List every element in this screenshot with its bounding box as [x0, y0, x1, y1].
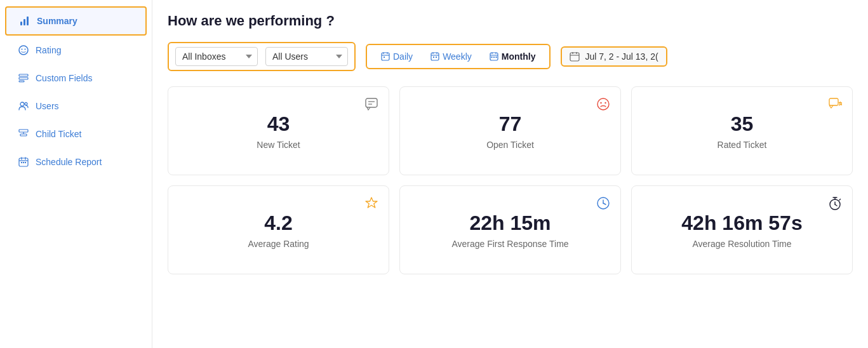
daily-button[interactable]: Daily	[372, 48, 422, 65]
svg-rect-6	[19, 74, 28, 76]
schedule-icon	[18, 156, 29, 168]
svg-rect-25	[384, 57, 385, 58]
svg-rect-21	[382, 53, 389, 60]
filters-row: All Inboxes Inbox 1 Inbox 2 All Users Us…	[168, 42, 853, 71]
calendar-icon	[570, 51, 580, 62]
rated-ticket-value: 35	[731, 112, 754, 136]
sidebar-item-custom-fields[interactable]: Custom Fields	[5, 65, 147, 91]
average-rating-label: Average Rating	[248, 239, 309, 249]
page-title: How are we performing ?	[168, 13, 853, 29]
clock-icon	[596, 196, 610, 210]
svg-rect-39	[570, 53, 579, 61]
open-ticket-card: 77 Open Ticket	[399, 86, 621, 175]
weekly-button[interactable]: Weekly	[422, 48, 481, 65]
daily-icon	[381, 52, 390, 61]
svg-rect-7	[19, 77, 28, 79]
open-ticket-label: Open Ticket	[486, 140, 534, 150]
svg-line-55	[835, 204, 837, 206]
inbox-user-filter-group: All Inboxes Inbox 1 Inbox 2 All Users Us…	[168, 42, 356, 71]
open-ticket-value: 77	[499, 112, 522, 136]
avg-first-response-value: 22h 15m	[469, 211, 551, 235]
star-icon	[364, 196, 378, 210]
avg-resolution-value: 42h 16m 57s	[681, 211, 802, 235]
svg-line-52	[603, 203, 606, 204]
fields-icon	[18, 72, 29, 84]
stats-grid: 43 New Ticket 77 Open Ticket	[168, 86, 853, 274]
svg-rect-2	[27, 17, 29, 25]
date-range-display: Jul 7, 2 - Jul 13, 2(	[585, 51, 658, 62]
chart-icon	[19, 15, 30, 27]
svg-rect-18	[21, 162, 22, 163]
svg-point-9	[20, 102, 24, 106]
weekly-icon	[431, 52, 439, 61]
svg-point-47	[600, 102, 601, 104]
date-range-picker[interactable]: Jul 7, 2 - Jul 13, 2(	[561, 46, 667, 67]
svg-rect-8	[19, 81, 24, 82]
sidebar-item-users[interactable]: Users	[5, 93, 147, 119]
sidebar-item-label: Custom Fields	[36, 73, 92, 83]
svg-rect-31	[436, 57, 437, 58]
avg-first-response-card: 22h 15m Average First Response Time	[399, 185, 621, 274]
svg-rect-19	[23, 162, 24, 163]
main-content: How are we performing ? All Inboxes Inbo…	[152, 0, 868, 348]
svg-rect-38	[495, 57, 497, 58]
monthly-button[interactable]: Monthly	[481, 48, 545, 65]
stopwatch-icon	[828, 196, 842, 210]
users-icon	[18, 100, 29, 112]
sidebar: Summary Rating Custom Fields	[0, 0, 152, 348]
avg-resolution-card: 42h 16m 57s Average Resolution Time	[631, 185, 853, 274]
average-rating-card: 4.2 Average Rating	[168, 185, 389, 274]
chat-icon	[364, 97, 378, 111]
svg-rect-11	[19, 130, 28, 132]
sidebar-item-label: Rating	[36, 45, 61, 55]
svg-rect-36	[491, 57, 492, 58]
rated-ticket-card: 35 Rated Ticket	[631, 86, 853, 175]
sidebar-item-label: Users	[36, 101, 59, 111]
user-select[interactable]: All Users User 1 User 2	[265, 47, 348, 66]
svg-rect-1	[23, 19, 25, 25]
rating-icon	[18, 44, 29, 56]
rated-ticket-label: Rated Ticket	[718, 140, 767, 150]
sidebar-item-label: Schedule Report	[36, 157, 102, 167]
svg-rect-26	[431, 53, 439, 60]
sidebar-item-rating[interactable]: Rating	[5, 37, 147, 64]
inbox-select[interactable]: All Inboxes Inbox 1 Inbox 2	[175, 47, 258, 66]
svg-rect-43	[366, 98, 377, 107]
sidebar-item-label: Child Ticket	[36, 129, 81, 139]
svg-rect-30	[433, 57, 434, 58]
svg-point-4	[22, 49, 23, 50]
avg-resolution-label: Average Resolution Time	[692, 239, 791, 249]
new-ticket-value: 43	[267, 112, 290, 136]
svg-rect-37	[493, 57, 495, 58]
sidebar-item-schedule-report[interactable]: Schedule Report	[5, 149, 147, 175]
svg-line-58	[839, 199, 841, 201]
svg-point-5	[25, 49, 26, 50]
rated-icon	[828, 97, 842, 111]
sidebar-item-summary[interactable]: Summary	[5, 6, 147, 36]
sidebar-item-child-ticket[interactable]: Child Ticket	[5, 121, 147, 147]
period-filter-group: Daily Weekly	[366, 44, 551, 69]
new-ticket-label: New Ticket	[257, 140, 300, 150]
svg-rect-12	[20, 134, 27, 136]
svg-point-3	[19, 46, 28, 55]
svg-rect-20	[25, 162, 26, 163]
svg-point-48	[604, 102, 606, 104]
svg-point-46	[598, 98, 609, 110]
sidebar-item-label: Summary	[37, 16, 77, 26]
avg-first-response-label: Average First Response Time	[451, 239, 568, 249]
svg-rect-49	[829, 98, 838, 105]
child-ticket-icon	[18, 128, 29, 140]
sad-face-icon	[596, 97, 610, 111]
svg-point-10	[25, 103, 27, 105]
monthly-icon	[490, 52, 498, 61]
new-ticket-card: 43 New Ticket	[168, 86, 389, 175]
svg-rect-0	[20, 22, 22, 25]
average-rating-value: 4.2	[264, 211, 292, 235]
